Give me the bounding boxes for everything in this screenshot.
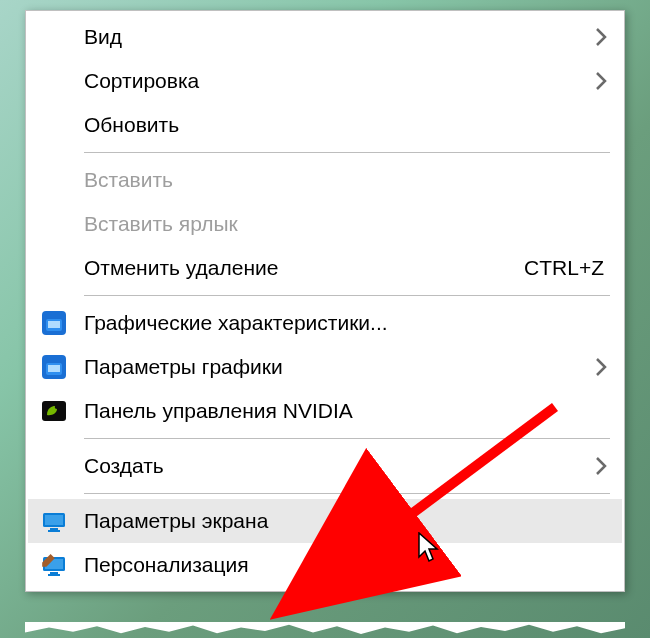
menu-item-label: Графические характеристики... (84, 311, 604, 335)
svg-rect-9 (50, 528, 58, 530)
chevron-right-icon (594, 25, 608, 49)
menu-item-label: Параметры экрана (84, 509, 604, 533)
personalize-icon (40, 551, 84, 579)
menu-item-nvidia-panel[interactable]: Панель управления NVIDIA (28, 389, 622, 433)
menu-item-view[interactable]: Вид (28, 15, 622, 59)
nvidia-icon (40, 397, 84, 425)
menu-separator (84, 295, 610, 296)
menu-item-label: Вид (84, 25, 604, 49)
svg-rect-13 (50, 572, 58, 574)
menu-separator (84, 152, 610, 153)
empty-icon (40, 254, 84, 282)
menu-item-personalize[interactable]: Персонализация (28, 543, 622, 587)
torn-paper-edge (25, 622, 625, 636)
empty-icon (40, 67, 84, 95)
intel-graphics-icon (40, 309, 84, 337)
chevron-right-icon (594, 69, 608, 93)
empty-icon (40, 111, 84, 139)
menu-item-paste: Вставить (28, 158, 622, 202)
empty-icon (40, 166, 84, 194)
menu-item-paste-shortcut: Вставить ярлык (28, 202, 622, 246)
empty-icon (40, 210, 84, 238)
menu-item-refresh[interactable]: Обновить (28, 103, 622, 147)
menu-item-undo-delete[interactable]: Отменить удаление CTRL+Z (28, 246, 622, 290)
menu-item-shortcut: CTRL+Z (524, 256, 604, 280)
chevron-right-icon (594, 355, 608, 379)
empty-icon (40, 23, 84, 51)
chevron-right-icon (594, 454, 608, 478)
menu-item-intel-graphics-params[interactable]: Параметры графики (28, 345, 622, 389)
svg-rect-14 (48, 574, 60, 576)
intel-graphics-icon (40, 353, 84, 381)
menu-item-label: Обновить (84, 113, 604, 137)
svg-rect-2 (48, 321, 60, 328)
menu-separator (84, 493, 610, 494)
svg-rect-5 (48, 365, 60, 372)
menu-item-sort[interactable]: Сортировка (28, 59, 622, 103)
menu-item-label: Персонализация (84, 553, 604, 577)
menu-item-label: Параметры графики (84, 355, 604, 379)
menu-item-display-settings[interactable]: Параметры экрана (28, 499, 622, 543)
svg-rect-8 (45, 515, 63, 525)
menu-item-intel-graphics-props[interactable]: Графические характеристики... (28, 301, 622, 345)
menu-item-label: Панель управления NVIDIA (84, 399, 604, 423)
menu-item-label: Создать (84, 454, 604, 478)
menu-item-label: Вставить ярлык (84, 212, 604, 236)
menu-item-label: Сортировка (84, 69, 604, 93)
display-icon (40, 507, 84, 535)
desktop-context-menu[interactable]: Вид Сортировка Обновить Вставить Вставит… (25, 10, 625, 592)
empty-icon (40, 452, 84, 480)
menu-separator (84, 438, 610, 439)
menu-item-label: Вставить (84, 168, 604, 192)
menu-item-label: Отменить удаление (84, 256, 504, 280)
menu-item-new[interactable]: Создать (28, 444, 622, 488)
svg-rect-10 (48, 530, 60, 532)
